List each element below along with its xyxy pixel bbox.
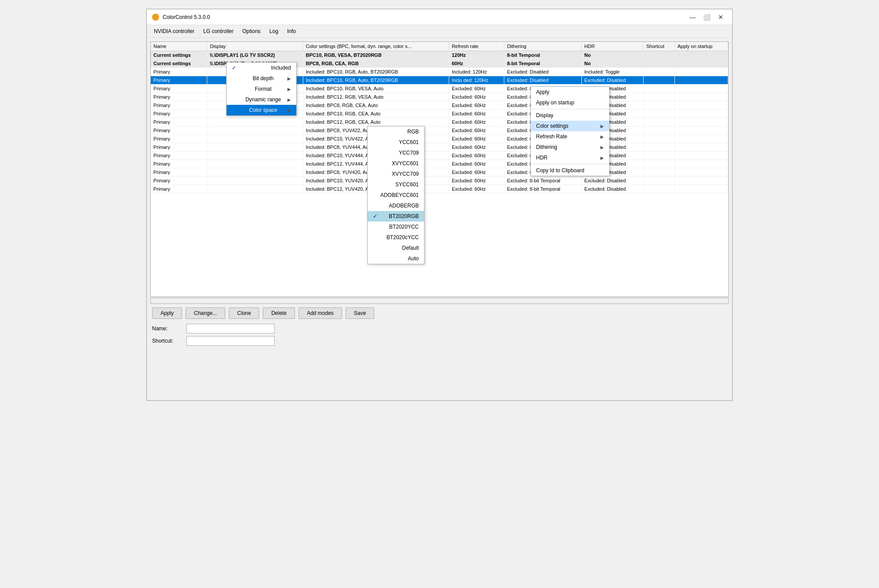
title-bar-left: ColorControl 5.3.0.0	[152, 14, 210, 21]
context-color-settings[interactable]: Color settings ▶	[531, 121, 609, 131]
color-space-option-sycc601[interactable]: SYCC601	[368, 179, 424, 190]
color-space-option-bt2020ycc[interactable]: BT2020YCC	[368, 222, 424, 232]
table-cell: Primary	[151, 126, 207, 135]
table-cell: Excluded: 60Hz	[449, 110, 504, 118]
scrollbar[interactable]	[150, 298, 729, 304]
table-cell	[644, 101, 675, 110]
table-row[interactable]: PrimaryIncluded: BPC12, RGB, CEA, AutoEx…	[151, 118, 728, 126]
table-cell: Primary	[151, 143, 207, 152]
change-button[interactable]: Change...	[186, 307, 225, 319]
shortcut-input[interactable]	[186, 336, 275, 346]
menu-lg-controller[interactable]: LG controller	[200, 27, 237, 36]
color-space-option-auto[interactable]: Auto	[368, 253, 424, 264]
table-cell: Primary	[151, 110, 207, 118]
table-row[interactable]: PrimaryIncluded: BPC12, YUV444, Auto, Au…	[151, 160, 728, 168]
table-cell	[207, 185, 303, 193]
context-apply[interactable]: Apply	[531, 87, 609, 97]
context-apply-label: Apply	[536, 89, 549, 95]
table-cell: Excluded: 60Hz	[449, 177, 504, 185]
color-space-option-ycc709[interactable]: YCC709	[368, 148, 424, 158]
color-settings-arrow: ▶	[600, 124, 604, 129]
menu-info[interactable]: Info	[283, 27, 299, 36]
table-row[interactable]: PrimaryIncluded: BPC8, YUV422, Auto, Aut…	[151, 126, 728, 135]
table-row[interactable]: PrimaryIncluded: BPC10, YUV444, Auto, Au…	[151, 152, 728, 160]
table-cell	[207, 177, 303, 185]
clone-button[interactable]: Clone	[229, 307, 259, 319]
context-display-label: Display	[536, 112, 553, 118]
color-settings-submenu: ✓ Included Bit depth ▶ Format ▶ Dynamic …	[226, 62, 297, 116]
color-space-label: BT2020RGB	[389, 213, 419, 219]
table-header-row: Name Display Color settings (BPC, format…	[151, 42, 728, 51]
save-button[interactable]: Save	[346, 307, 374, 319]
check-icon	[373, 255, 380, 262]
table-cell: Included: BPC10, RGB, Auto, BT2020RGB	[303, 76, 449, 85]
color-space-option-adobergb[interactable]: ADOBERGB	[368, 200, 424, 211]
color-space-option-bt2020rgb[interactable]: ✓BT2020RGB	[368, 211, 424, 222]
color-space-option-rgb[interactable]: RGB	[368, 126, 424, 137]
table-cell	[674, 143, 728, 152]
context-display[interactable]: Display	[531, 110, 609, 121]
delete-button[interactable]: Delete	[263, 307, 295, 319]
color-space-option-adobeycc601[interactable]: ADOBEYCC601	[368, 190, 424, 200]
color-space-option-ycc601[interactable]: YCC601	[368, 137, 424, 148]
table-cell	[207, 160, 303, 168]
table-cell: Primary	[151, 185, 207, 193]
table-cell	[644, 135, 675, 143]
color-space-option-xvycc709[interactable]: XVYCC709	[368, 169, 424, 179]
table-row[interactable]: PrimaryIncluded: BPC12, YUV420, Auto, Au…	[151, 185, 728, 193]
context-dithering[interactable]: Dithering ▶	[531, 142, 609, 152]
sub1-format[interactable]: Format ▶	[227, 84, 296, 94]
context-copy-id-label: Copy Id to Clipboard	[536, 167, 584, 174]
table-row[interactable]: Current settings\\.\DISPLAY1 (LG TV SSCR…	[151, 51, 728, 59]
name-row: Name:	[150, 322, 729, 335]
table-row[interactable]: PrimaryIncluded: BPC10, YUV422, Auto, Au…	[151, 135, 728, 143]
window-title: ColorControl 5.3.0.0	[163, 14, 210, 20]
table-cell	[674, 177, 728, 185]
table-row[interactable]: PrimaryIncluded: BPC8, YUV420, Auto, Aut…	[151, 168, 728, 177]
menu-options[interactable]: Options	[239, 27, 264, 36]
maximize-button[interactable]: ⬜	[700, 13, 713, 22]
sub1-included[interactable]: ✓ Included	[227, 63, 296, 73]
context-refresh-rate-label: Refresh Rate	[536, 133, 567, 140]
menu-log[interactable]: Log	[266, 27, 282, 36]
col-shortcut: Shortcut	[644, 42, 675, 51]
context-hdr[interactable]: HDR ▶	[531, 152, 609, 163]
sub1-dynamic-range[interactable]: Dynamic range ▶	[227, 94, 296, 105]
table-cell	[644, 51, 675, 59]
app-icon	[152, 14, 159, 21]
add-modes-button[interactable]: Add modes	[298, 307, 342, 319]
table-cell	[674, 68, 728, 76]
close-button[interactable]: ✕	[715, 13, 727, 22]
title-bar: ColorControl 5.3.0.0 — ⬜ ✕	[147, 9, 732, 25]
bit-depth-arrow: ▶	[287, 76, 291, 81]
context-refresh-rate[interactable]: Refresh Rate ▶	[531, 131, 609, 142]
table-cell	[674, 152, 728, 160]
check-icon: ✓	[373, 213, 380, 219]
context-apply-startup[interactable]: Apply on startup	[531, 97, 609, 108]
apply-button[interactable]: Apply	[152, 307, 182, 319]
table-row[interactable]: PrimaryIncluded: BPC10, YUV420, Auto, Au…	[151, 177, 728, 185]
check-icon	[373, 150, 380, 156]
color-space-label: Auto	[408, 255, 419, 262]
color-space-option-default[interactable]: Default	[368, 243, 424, 253]
minimize-button[interactable]: —	[686, 13, 699, 22]
dithering-arrow: ▶	[600, 145, 604, 150]
sub1-bit-depth[interactable]: Bit depth ▶	[227, 73, 296, 84]
hdr-arrow: ▶	[600, 155, 604, 160]
dynamic-range-check	[232, 96, 239, 103]
table-cell: Excluded: 60Hz	[449, 118, 504, 126]
color-space-option-xvycc601[interactable]: XVYCC601	[368, 158, 424, 169]
table-cell: Excluded: 60Hz	[449, 160, 504, 168]
check-icon	[373, 160, 380, 166]
menu-nvidia-controller[interactable]: NVIDIA controller	[150, 27, 198, 36]
context-copy-id[interactable]: Copy Id to Clipboard	[531, 165, 609, 176]
sub1-color-space[interactable]: Color space ▶	[227, 105, 296, 115]
color-space-label: ADOBERGB	[389, 203, 419, 209]
table-cell: Excluded: 60Hz	[449, 152, 504, 160]
context-menu: Apply Apply on startup Display Color set…	[530, 86, 610, 176]
name-input[interactable]	[186, 324, 275, 333]
color-space-option-bt2020cycc[interactable]: BT2020cYCC	[368, 232, 424, 243]
col-refresh-rate: Refresh rate	[449, 42, 504, 51]
format-check	[232, 86, 239, 92]
table-row[interactable]: PrimaryIncluded: BPC8, YUV444, Auto, Aut…	[151, 143, 728, 152]
